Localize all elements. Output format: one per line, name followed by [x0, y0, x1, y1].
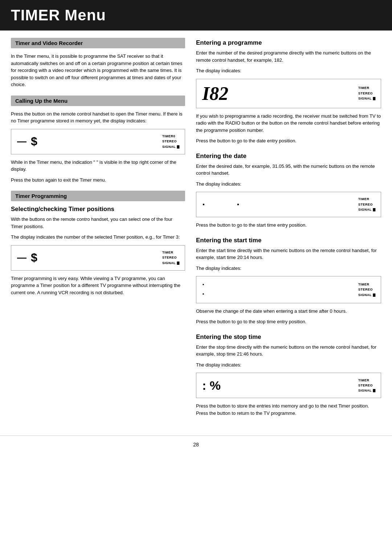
page-header: TIMER Menu: [0, 0, 392, 31]
display-box-programme-row: I82 TIMER STEREO SIGNAL ||||||||||||: [202, 83, 375, 104]
stereo-label-start: STEREO: [358, 287, 373, 292]
signal-bars-date: ||||||||||||: [373, 208, 375, 211]
display-labels-start: TIMER STEREO SIGNAL ||||||||||||: [358, 282, 375, 297]
calling-body3: Press the buton again to exit the Timer …: [11, 177, 185, 184]
page-title: TIMER Menu: [11, 7, 381, 24]
display-labels-calling: TIMER0 STEREO SIGNAL ||||||||||||: [162, 134, 179, 149]
section-header-programming: Timer Programming: [11, 191, 185, 201]
entering-stop-body3: Press the button to store the entries in…: [196, 402, 381, 417]
entering-programme-body3: If you wish to preprogramme a radio reco…: [196, 113, 381, 134]
display-left-calling: — $: [17, 135, 37, 148]
entering-date-body1: Enter the desired date, for example, 31.…: [196, 163, 381, 177]
entering-start-body4: Press the button to go to the stop time …: [196, 318, 381, 325]
display-box-date: · · TIMER STEREO SIGNAL ||||||||||||: [196, 192, 381, 217]
display-start-left: ··: [202, 280, 204, 299]
stereo-label-date: STEREO: [358, 202, 373, 207]
entering-programme-title: Entering a programme: [196, 39, 381, 46]
stereo-label-stop: STEREO: [358, 383, 373, 388]
entering-programme-body1: Enter the number of the desired programm…: [196, 49, 381, 64]
timer-label-date: TIMER: [358, 197, 369, 202]
section-timer-programming: Timer Programming Selecting/checking Tim…: [11, 191, 185, 296]
entering-start-body1: Enter the start time directly with the n…: [196, 247, 381, 261]
display-stop-text: : %: [202, 378, 221, 392]
selecting-body1: With the buttons on the remote contro ha…: [11, 216, 185, 230]
signal-label-calling: SIGNAL ||||||||||||: [162, 144, 179, 149]
section-header-calling: Calling Up the Menu: [11, 96, 185, 106]
entering-programme-body4: Press the button to go to the date entry…: [196, 137, 381, 145]
entering-stop-body1: Enter the stop time directly with the nu…: [196, 344, 381, 358]
display-box-date-row: · · TIMER STEREO SIGNAL ||||||||||||: [202, 197, 375, 212]
signal-bars-stop: ||||||||||||: [373, 389, 375, 392]
entering-start-title: Entering the start time: [196, 237, 381, 244]
display-182: I82: [202, 83, 228, 104]
section-timer-video: Timer and Video Recorder In the Timer me…: [11, 38, 185, 88]
timer-label-stop: TIMER: [358, 378, 369, 383]
section-entering-programme: Entering a programme Enter the number of…: [196, 39, 381, 145]
display-box-calling-row: — $ TIMER0 STEREO SIGNAL ||||||||||||: [17, 134, 179, 149]
display-box-selecting-row: — $ TIMER STEREO SIGNAL ||||||||||||: [17, 250, 179, 266]
page-number: 28: [193, 442, 199, 447]
calling-body1: Press the button on the remote control h…: [11, 110, 185, 125]
section-entering-start: Entering the start time Enter the start …: [196, 237, 381, 325]
stereo-label-programme: STEREO: [358, 91, 373, 96]
timer-label-start: TIMER: [358, 282, 369, 287]
section-calling-menu: Calling Up the Menu Press the button on …: [11, 96, 185, 184]
timer-label-calling: TIMER0: [162, 134, 175, 139]
display-box-selecting: — $ TIMER STEREO SIGNAL ||||||||||||: [11, 245, 185, 271]
display-labels-date: TIMER STEREO SIGNAL ||||||||||||: [358, 197, 375, 212]
display-box-start: ·· TIMER STEREO SIGNAL ||||||||||||: [196, 276, 381, 303]
timer-label-selecting: TIMER: [162, 250, 173, 255]
page-body: Timer and Video Recorder In the Timer me…: [0, 31, 392, 432]
entering-date-body3: Press the button to go to the start time…: [196, 222, 381, 229]
selecting-body3: Timer programming is very easy. While vi…: [11, 275, 185, 296]
right-column: Entering a programme Enter the number of…: [196, 38, 381, 425]
signal-label-date: SIGNAL ||||||||||||: [358, 207, 375, 212]
display-date-dots: · ·: [202, 199, 245, 210]
calling-body2: While in the Timer menu, the indication …: [11, 159, 185, 173]
signal-label-selecting: SIGNAL ||||||||||||: [162, 260, 179, 266]
entering-start-body3: Observe the change of the date when ente…: [196, 308, 381, 315]
signal-label-start: SIGNAL ||||||||||||: [358, 292, 375, 297]
display-182-text: I82: [202, 83, 228, 104]
display-left-selecting: — $: [17, 251, 37, 264]
timer-label-programme: TIMER: [358, 85, 369, 90]
left-column: Timer and Video Recorder In the Timer me…: [11, 38, 185, 425]
signal-bars-programme: ||||||||||||: [373, 97, 375, 100]
signal-bars-start: ||||||||||||: [373, 293, 375, 297]
selecting-body2: The display indicates the number of the …: [11, 234, 185, 241]
entering-stop-body2: The display indicates:: [196, 361, 381, 369]
display-date-left: · ·: [202, 199, 245, 210]
stereo-label-selecting: STEREO: [162, 255, 177, 260]
entering-date-title: Entering the date: [196, 153, 381, 160]
section-entering-stop: Entering the stop time Enter the stop ti…: [196, 333, 381, 417]
signal-label-programme: SIGNAL ||||||||||||: [358, 96, 375, 101]
timer-video-body: In the Timer menu, it is possible to pro…: [11, 53, 185, 88]
display-dollar-calling: $: [31, 135, 37, 148]
signal-bars-calling: ||||||||||||: [177, 145, 179, 149]
display-start-dots: ··: [202, 280, 204, 299]
display-labels-selecting: TIMER STEREO SIGNAL ||||||||||||: [162, 250, 179, 266]
signal-bars-selecting: ||||||||||||: [177, 261, 179, 265]
display-box-calling: — $ TIMER0 STEREO SIGNAL ||||||||||||: [11, 129, 185, 154]
display-box-stop-row: : % TIMER STEREO SIGNAL ||||||||||||: [202, 378, 375, 393]
section-header-timer-video: Timer and Video Recorder: [11, 38, 185, 48]
page-footer: 28: [0, 436, 392, 453]
display-box-start-row: ·· TIMER STEREO SIGNAL ||||||||||||: [202, 280, 375, 299]
entering-programme-body2: The display indicates:: [196, 67, 381, 74]
signal-label-stop: SIGNAL ||||||||||||: [358, 388, 375, 393]
display-dashes-selecting: —: [17, 252, 28, 263]
display-labels-stop: TIMER STEREO SIGNAL ||||||||||||: [358, 378, 375, 393]
entering-stop-title: Entering the stop time: [196, 333, 381, 341]
display-box-stop: : % TIMER STEREO SIGNAL ||||||||||||: [196, 373, 381, 398]
selecting-title: Selecting/checking Timer positions: [11, 206, 185, 213]
display-dollar-selecting: $: [31, 251, 37, 264]
stereo-label-calling: STEREO: [162, 139, 177, 144]
display-labels-programme: TIMER STEREO SIGNAL ||||||||||||: [358, 85, 375, 101]
display-dashes-calling: —: [17, 136, 28, 147]
entering-date-body2: The display indicates:: [196, 181, 381, 188]
section-entering-date: Entering the date Enter the desired date…: [196, 153, 381, 229]
entering-start-body2: The display indicates:: [196, 265, 381, 272]
display-box-programme: I82 TIMER STEREO SIGNAL ||||||||||||: [196, 79, 381, 108]
display-stop-left: : %: [202, 378, 221, 393]
